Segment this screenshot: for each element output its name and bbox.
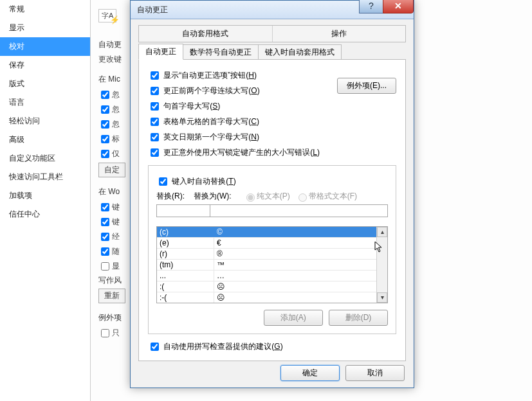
bg-check-3[interactable] [101,120,109,129]
delete-button[interactable]: 删除(D) [329,310,388,326]
substitution-to: ☹ [214,281,377,292]
substitutions-list[interactable]: (c)©(e)€(r)®(tm)™...…:(☹:-(☹ ▴ ▾ [156,226,388,303]
nav-quick-access[interactable]: 快速访问工具栏 [0,168,90,186]
substitution-row[interactable]: :(☹ [157,281,377,292]
scrollbar[interactable]: ▴ ▾ [376,227,387,303]
bg-check-4[interactable] [101,135,109,143]
scroll-up-button[interactable]: ▴ [377,227,387,237]
nav-customize-ribbon[interactable]: 自定义功能区 [0,149,90,168]
nav-trust[interactable]: 信任中心 [0,205,90,224]
bg-check2-3[interactable] [101,233,109,241]
help-button[interactable]: ? [359,0,383,13]
with-input[interactable] [210,204,388,217]
close-button[interactable]: ✕ [383,0,414,13]
nav-display[interactable]: 显示 [0,19,90,37]
dialog-title-bar[interactable]: 自动更正 ? ✕ [131,1,414,19]
check-use-spellcheck-suggestions[interactable] [151,343,159,351]
bg-check-2[interactable] [101,105,109,114]
recheck-button[interactable]: 重新 [98,289,125,303]
radio-plain-text: 纯文本(P) [243,191,290,202]
tab-math-autocorrect[interactable]: 数学符号自动更正 [183,44,259,60]
substitution-to: © [214,227,377,237]
top-tabstrip: 自动套用格式 操作 [138,25,406,42]
autocorrect-dialog: 自动更正 ? ✕ 自动套用格式 操作 自动更正 数学符号自动更正 键入时自动套用… [130,0,414,388]
bg-check2-5[interactable] [101,262,109,271]
nav-ease[interactable]: 轻松访问 [0,112,90,130]
nav-general[interactable]: 常规 [0,0,90,19]
bg-check3-1[interactable] [101,329,109,337]
options-sidebar: 常规 显示 校对 保存 版式 语言 轻松访问 高级 自定义功能区 快速访问工具栏… [0,0,91,401]
ok-button[interactable]: 确定 [280,365,340,381]
substitution-from: :( [157,281,214,292]
tab-autoformat-typing[interactable]: 键入时自动套用格式 [258,44,342,60]
tab-autoformat[interactable]: 自动套用格式 [139,26,273,42]
add-button[interactable]: 添加(A) [264,310,323,326]
check-two-initial-caps[interactable] [151,87,159,95]
sub-tabstrip: 自动更正 数学符号自动更正 键入时自动套用格式 [138,44,406,60]
nav-save[interactable]: 保存 [0,56,90,75]
substitution-row[interactable]: :-(☹ [157,292,377,303]
bg-check-1[interactable] [101,91,109,99]
substitution-from: (c) [157,227,214,237]
substitution-from: (tm) [157,260,214,270]
bg-check-5[interactable] [101,150,109,158]
substitution-to: ☹ [214,292,377,303]
substitution-from: ... [157,271,214,281]
substitution-to: ™ [214,260,377,270]
check-spell-suggest-label: 自动使用拼写检查器提供的建议(G) [163,342,282,351]
check-show-label: 显示“自动更正选项”按钮(H) [163,71,257,80]
tab-autocorrect[interactable]: 自动更正 [138,44,183,60]
nav-proofing[interactable]: 校对 [0,37,90,56]
nav-advanced[interactable]: 高级 [0,130,90,149]
check-show-autocorrect-options[interactable] [151,71,159,80]
check-two-caps-label: 更正前两个字母连续大写(O) [163,86,259,95]
substitution-to: € [214,238,377,248]
cancel-button[interactable]: 取消 [345,365,405,381]
substitution-from: (r) [157,249,214,259]
abc-icon: 字A⚡ [98,9,116,22]
replace-as-you-type-group: 键入时自动替换(T) 替换(R): 替换为(W): 纯文本(P) 带格式文本(F… [148,165,396,334]
substitution-to: … [214,271,377,281]
bg-check2-4[interactable] [101,247,109,256]
substitution-to: ® [214,249,377,259]
radio-formatted-text: 带格式文本(F) [295,191,357,202]
check-weekday-label: 英文日期第一个字母大写(N) [163,132,259,141]
check-sentence-label: 句首字母大写(S) [163,102,220,111]
nav-language[interactable]: 语言 [0,93,90,112]
bg-check2-1[interactable] [101,203,109,211]
bg-autocorrect-options-button[interactable]: 自定 [98,163,125,177]
check-replace-as-you-type[interactable] [159,177,167,186]
replace-label: 替换(R): [156,191,185,202]
substitution-row[interactable]: (c)© [157,227,377,238]
exceptions-button[interactable]: 例外项(E)... [337,78,396,94]
scroll-down-button[interactable]: ▾ [377,292,387,303]
check-capitalize-table-cells[interactable] [151,118,159,126]
check-capitalize-sentences[interactable] [151,102,159,111]
check-correct-capslock[interactable] [151,148,159,157]
nav-layout[interactable]: 版式 [0,75,90,93]
substitution-from: :-( [157,292,214,303]
tab-actions[interactable]: 操作 [273,26,406,42]
substitution-row[interactable]: ...… [157,271,377,281]
with-label: 替换为(W): [194,191,232,202]
substitution-row[interactable]: (e)€ [157,238,377,249]
check-capslock-label: 更正意外使用大写锁定键产生的大小写错误(L) [163,148,320,157]
replace-input[interactable] [156,204,210,217]
autocorrect-panel: 显示“自动更正选项”按钮(H) 例外项(E)... 更正前两个字母连续大写(O)… [138,59,406,361]
check-capitalize-days[interactable] [151,133,159,141]
bg-check2-2[interactable] [101,218,109,226]
nav-addins[interactable]: 加载项 [0,186,90,205]
substitution-row[interactable]: (r)® [157,249,377,260]
substitution-row[interactable]: (tm)™ [157,260,377,271]
substitution-from: (e) [157,238,214,248]
check-tablecell-label: 表格单元格的首字母大写(C) [163,117,259,126]
check-replace-label: 键入时自动替换(T) [172,177,235,186]
dialog-title: 自动更正 [137,4,168,15]
